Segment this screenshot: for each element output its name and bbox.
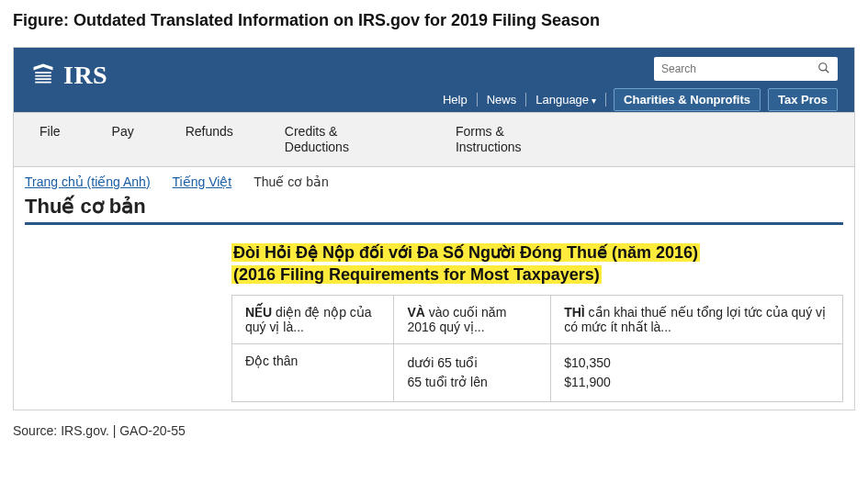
highlight-line2: (2016 Filing Requirements for Most Taxpa… bbox=[231, 265, 602, 284]
cell-status: Độc thân bbox=[232, 344, 394, 402]
breadcrumb: Trang chủ (tiếng Anh) Tiếng Việt Thuế cơ… bbox=[25, 174, 843, 189]
breadcrumb-wrap: Trang chủ (tiếng Anh) Tiếng Việt Thuế cơ… bbox=[14, 167, 854, 189]
requirements-table: NẾU diện đệ nộp của quý vị là... VÀ vào … bbox=[231, 295, 843, 402]
nav-forms-l2: Instructions bbox=[456, 140, 522, 155]
news-link[interactable]: News bbox=[478, 93, 527, 107]
th-amount: THÌ cần khai thuế nếu tổng lợi tức của q… bbox=[551, 296, 843, 344]
th-age-bold: VÀ bbox=[407, 305, 424, 320]
top-links: Help News Language▾ Charities & Nonprofi… bbox=[434, 88, 838, 111]
source-line: Source: IRS.gov. | GAO-20-55 bbox=[13, 423, 855, 438]
charities-button[interactable]: Charities & Nonprofits bbox=[614, 88, 761, 111]
nav-credits-l1: Credits & bbox=[285, 124, 349, 140]
nav-credits-l2: Deductions bbox=[285, 140, 349, 155]
chevron-down-icon: ▾ bbox=[592, 95, 596, 106]
search-box[interactable] bbox=[654, 57, 838, 81]
content-wrap: Đòi Hỏi Đệ Nộp đối với Đa Số Người Đóng … bbox=[14, 241, 854, 410]
nav-credits[interactable]: Credits & Deductions bbox=[259, 113, 375, 166]
nav-file[interactable]: File bbox=[14, 113, 86, 166]
search-input[interactable] bbox=[661, 62, 817, 75]
nav-pay[interactable]: Pay bbox=[86, 113, 160, 166]
page-title: Thuế cơ bản bbox=[25, 195, 843, 219]
table-row: Độc thân dưới 65 tuổi 65 tuổi trở lên $1… bbox=[232, 344, 843, 402]
cell-age-l1: dưới 65 tuổi bbox=[407, 354, 537, 373]
language-link[interactable]: Language▾ bbox=[526, 93, 606, 107]
top-bar: IRS Help News Language▾ Charities & Nonp… bbox=[14, 48, 854, 112]
search-icon[interactable] bbox=[817, 62, 830, 77]
nav-forms[interactable]: Forms & Instructions bbox=[430, 113, 547, 166]
logo-text: IRS bbox=[63, 61, 107, 90]
help-link[interactable]: Help bbox=[434, 93, 478, 107]
highlighted-heading: Đòi Hỏi Đệ Nộp đối với Đa Số Người Đóng … bbox=[231, 241, 843, 286]
eagle-icon bbox=[30, 61, 56, 90]
title-rule bbox=[25, 222, 843, 225]
table-header-row: NẾU diện đệ nộp của quý vị là... VÀ vào … bbox=[232, 296, 843, 344]
breadcrumb-current: Thuế cơ bản bbox=[254, 174, 328, 189]
breadcrumb-lang[interactable]: Tiếng Việt bbox=[173, 174, 232, 189]
svg-point-0 bbox=[819, 62, 827, 70]
browser-frame: IRS Help News Language▾ Charities & Nonp… bbox=[13, 47, 855, 410]
content: Đòi Hỏi Đệ Nộp đối với Đa Số Người Đóng … bbox=[231, 241, 843, 403]
svg-line-1 bbox=[826, 69, 829, 73]
cell-amt-l2: $11,900 bbox=[564, 373, 829, 392]
th-age: VÀ vào cuối năm 2016 quý vị... bbox=[394, 296, 551, 344]
language-label: Language bbox=[535, 93, 589, 107]
header-right: Help News Language▾ Charities & Nonprofi… bbox=[434, 57, 838, 111]
cell-age-l2: 65 tuổi trở lên bbox=[407, 373, 537, 392]
left-pad bbox=[25, 241, 231, 403]
nav-forms-l1: Forms & bbox=[456, 124, 522, 140]
cell-amount: $10,350 $11,900 bbox=[551, 344, 843, 402]
th-amount-bold: THÌ bbox=[564, 305, 585, 320]
figure-title: Figure: Outdated Translated Information … bbox=[13, 11, 855, 30]
highlight-line1: Đòi Hỏi Đệ Nộp đối với Đa Số Người Đóng … bbox=[231, 243, 700, 262]
th-status: NẾU diện đệ nộp của quý vị là... bbox=[232, 296, 394, 344]
cell-amt-l1: $10,350 bbox=[564, 354, 829, 373]
main-nav: File Pay Refunds Credits & Deductions Fo… bbox=[14, 112, 854, 167]
nav-refunds[interactable]: Refunds bbox=[160, 113, 259, 166]
breadcrumb-home[interactable]: Trang chủ (tiếng Anh) bbox=[25, 174, 151, 189]
cell-age: dưới 65 tuổi 65 tuổi trở lên bbox=[394, 344, 551, 402]
th-status-bold: NẾU bbox=[245, 305, 272, 320]
irs-logo[interactable]: IRS bbox=[30, 57, 107, 90]
taxpros-button[interactable]: Tax Pros bbox=[768, 88, 838, 111]
th-amount-rest: cần khai thuế nếu tổng lợi tức của quý v… bbox=[564, 305, 826, 334]
